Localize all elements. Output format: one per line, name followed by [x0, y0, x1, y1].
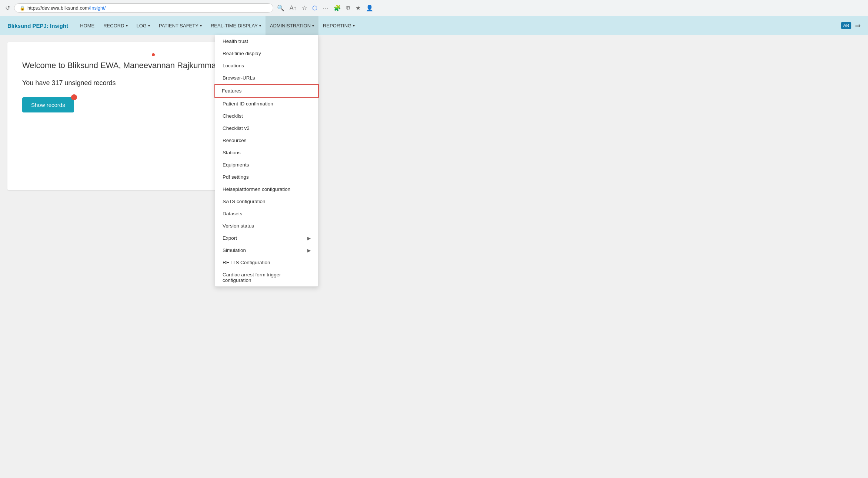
nav-realtime-display[interactable]: REAL-TIME DISPLAY ▾ — [206, 16, 266, 35]
dropdown-sats-config[interactable]: SATS configuration — [215, 195, 318, 208]
url-path: /Insight/ — [89, 5, 106, 11]
simulation-submenu-icon: ▶ — [307, 248, 311, 253]
dropdown-datasets[interactable]: Datasets — [215, 208, 318, 220]
realtime-caret: ▾ — [259, 24, 261, 28]
extension-button[interactable]: ⬡ — [312, 4, 317, 11]
navbar: Bliksund PEPJ: Insight HOME RECORD ▾ LOG… — [0, 16, 868, 35]
lock-icon: 🔒 — [20, 6, 25, 11]
dropdown-retts-config[interactable]: RETTS Configuration — [215, 256, 318, 269]
refresh-button[interactable]: ↺ — [4, 5, 10, 11]
lang-badge[interactable]: AB — [841, 22, 851, 29]
dropdown-health-trust[interactable]: Health trust — [215, 35, 318, 47]
reporting-caret: ▾ — [353, 24, 355, 28]
nav-record[interactable]: RECORD ▾ — [99, 16, 132, 35]
record-caret: ▾ — [126, 24, 128, 28]
log-caret: ▾ — [148, 24, 150, 28]
dropdown-cardiac-arrest[interactable]: Cardiac arrest form trigger configuratio… — [215, 269, 318, 286]
menu-button[interactable]: ⋯ — [323, 4, 328, 11]
navbar-brand: Bliksund PEPJ: Insight — [7, 23, 68, 29]
dropdown-equipments[interactable]: Equipments — [215, 159, 318, 171]
admin-caret: ▾ — [312, 24, 314, 28]
notification-dot — [152, 53, 155, 56]
logout-button[interactable]: ⇒ — [855, 21, 861, 30]
dropdown-version-status[interactable]: Version status — [215, 220, 318, 232]
dropdown-browser-urls[interactable]: Browser-URLs — [215, 72, 318, 84]
nav-patient-safety[interactable]: PATIENT SAFETY ▾ — [154, 16, 206, 35]
nav-administration[interactable]: ADMINISTRATION ▾ — [266, 16, 318, 35]
star-button[interactable]: ☆ — [302, 4, 307, 11]
dropdown-checklist-v2[interactable]: Checklist v2 — [215, 122, 318, 134]
dropdown-patient-id[interactable]: Patient ID confirmation — [215, 98, 318, 110]
dropdown-export[interactable]: Export ▶ — [215, 232, 318, 244]
admin-nav-wrapper: ADMINISTRATION ▾ Health trust Real-time … — [266, 16, 318, 35]
url-text: https://dev.ewa.bliksund.com/Insight/ — [27, 5, 106, 11]
address-bar[interactable]: 🔒 https://dev.ewa.bliksund.com/Insight/ — [14, 3, 273, 13]
nav-items: HOME RECORD ▾ LOG ▾ PATIENT SAFETY ▾ REA… — [76, 16, 359, 35]
extensions-button[interactable]: 🧩 — [334, 4, 341, 11]
browser-chrome: ↺ 🔒 https://dev.ewa.bliksund.com/Insight… — [0, 0, 868, 16]
split-view-button[interactable]: ⧉ — [346, 5, 350, 11]
dropdown-simulation[interactable]: Simulation ▶ — [215, 244, 318, 256]
search-button[interactable]: 🔍 — [277, 4, 284, 11]
export-submenu-icon: ▶ — [307, 236, 311, 241]
dropdown-locations[interactable]: Locations — [215, 60, 318, 72]
browser-actions: 🔍 A↑ ☆ ⬡ ⋯ 🧩 ⧉ ★ 👤 — [277, 4, 373, 11]
font-button[interactable]: A↑ — [290, 5, 297, 11]
nav-home[interactable]: HOME — [76, 16, 99, 35]
show-records-button[interactable]: Show records — [22, 97, 74, 112]
nav-right: AB ⇒ — [841, 21, 861, 30]
button-badge — [71, 94, 77, 100]
nav-log[interactable]: LOG ▾ — [132, 16, 154, 35]
admin-dropdown-menu: Health trust Real-time display Locations… — [215, 35, 318, 287]
dropdown-checklist[interactable]: Checklist — [215, 110, 318, 122]
dropdown-realtime-display[interactable]: Real-time display — [215, 47, 318, 60]
dropdown-features[interactable]: Features — [214, 84, 319, 98]
nav-reporting[interactable]: REPORTING ▾ — [318, 16, 359, 35]
patient-safety-caret: ▾ — [200, 24, 202, 28]
dropdown-resources[interactable]: Resources — [215, 134, 318, 147]
dropdown-helseplattformen[interactable]: Helseplattformen configuration — [215, 183, 318, 195]
dropdown-stations[interactable]: Stations — [215, 147, 318, 159]
url-base: https://dev.ewa.bliksund.com — [27, 5, 89, 11]
profile-button[interactable]: 👤 — [366, 4, 373, 11]
favorites-button[interactable]: ★ — [355, 4, 361, 11]
main-content: Welcome to Bliksund EWA, Maneevannan Raj… — [0, 35, 868, 478]
dropdown-pdf-settings[interactable]: Pdf settings — [215, 171, 318, 183]
